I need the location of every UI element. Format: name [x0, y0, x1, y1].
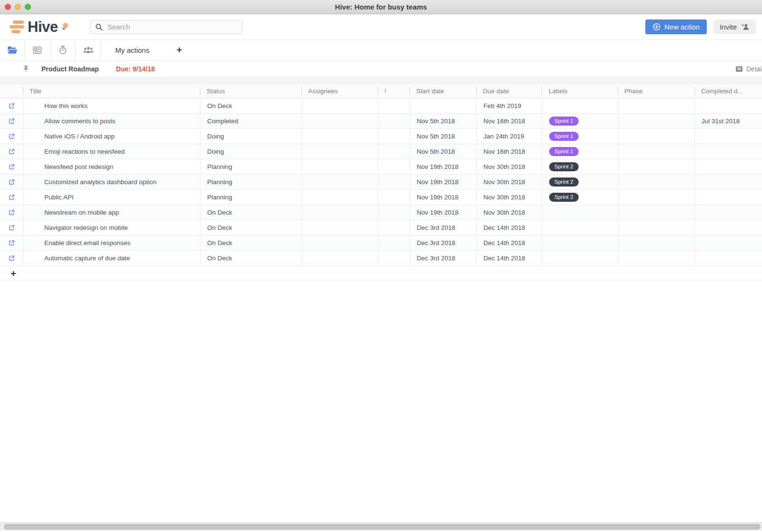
tab-timesheet[interactable] [50, 40, 76, 60]
cell-completed-date[interactable] [694, 129, 762, 144]
cell-completed-date[interactable] [694, 175, 762, 189]
open-action-button[interactable] [0, 159, 23, 174]
horizontal-scrollbar-thumb[interactable] [4, 524, 761, 530]
tab-newsfeed[interactable] [25, 40, 50, 60]
label-badge[interactable]: Sprint 2 [549, 177, 579, 187]
pin-icon[interactable] [23, 65, 29, 72]
cell-labels[interactable]: Sprint 1 [541, 144, 618, 159]
open-action-button[interactable] [0, 236, 23, 250]
cell-start-date[interactable]: Nov 19th 2018 [410, 205, 476, 220]
cell-due-date[interactable]: Feb 4th 2019 [476, 99, 541, 113]
cell-assignees[interactable] [301, 251, 378, 266]
cell-labels[interactable]: Sprint 2 [541, 175, 618, 189]
label-badge[interactable]: Sprint 1 [549, 147, 579, 157]
cell-completed-date[interactable] [694, 220, 762, 235]
cell-start-date[interactable]: Dec 3rd 2018 [410, 251, 476, 266]
cell-status[interactable]: Planning [200, 175, 301, 189]
cell-priority[interactable] [378, 251, 410, 266]
cell-priority[interactable] [378, 144, 410, 159]
add-tab-button[interactable]: + [171, 40, 188, 60]
cell-status[interactable]: Completed [200, 114, 301, 128]
cell-due-date[interactable]: Dec 14th 2018 [476, 251, 541, 266]
cell-start-date[interactable]: Nov 5th 2018 [410, 129, 476, 144]
cell-title[interactable]: Public API [23, 190, 200, 205]
cell-phase[interactable] [618, 99, 694, 113]
col-header-priority[interactable]: ! [378, 84, 410, 98]
cell-status[interactable]: Doing [200, 129, 301, 144]
cell-due-date[interactable]: Nov 30th 2018 [476, 190, 541, 205]
cell-completed-date[interactable] [694, 236, 762, 250]
cell-start-date[interactable]: Nov 5th 2018 [410, 114, 476, 128]
hive-logo[interactable]: Hive [10, 19, 66, 36]
cell-priority[interactable] [378, 190, 410, 205]
cell-assignees[interactable] [301, 220, 378, 235]
cell-start-date[interactable]: Dec 3rd 2018 [410, 220, 476, 235]
cell-status[interactable]: Planning [200, 190, 301, 205]
detail-toggle[interactable]: Detail [735, 65, 762, 73]
open-action-button[interactable] [0, 190, 23, 205]
cell-labels[interactable]: Sprint 1 [541, 114, 618, 128]
cell-priority[interactable] [378, 129, 410, 144]
cell-assignees[interactable] [301, 129, 378, 144]
cell-status[interactable]: On Deck [200, 236, 301, 250]
search-input[interactable] [107, 23, 237, 31]
cell-labels[interactable] [541, 220, 618, 235]
label-badge[interactable]: Sprint 1 [549, 132, 579, 141]
cell-start-date[interactable]: Nov 19th 2018 [410, 175, 476, 189]
project-title[interactable]: Product Roadmap [41, 65, 99, 73]
col-header-assignees[interactable]: Assignees [301, 84, 378, 98]
cell-status[interactable]: On Deck [200, 220, 301, 235]
cell-completed-date[interactable] [694, 251, 762, 266]
cell-phase[interactable] [618, 129, 694, 144]
cell-phase[interactable] [618, 205, 694, 220]
cell-due-date[interactable]: Nov 30th 2018 [476, 205, 541, 220]
col-header-title[interactable]: Title [23, 84, 200, 98]
cell-assignees[interactable] [301, 236, 378, 250]
cell-phase[interactable] [618, 236, 694, 250]
cell-title[interactable]: Newstream on mobile app [23, 205, 200, 220]
cell-labels[interactable] [541, 236, 618, 250]
cell-phase[interactable] [618, 114, 694, 128]
cell-status[interactable]: On Deck [200, 251, 301, 266]
cell-completed-date[interactable] [694, 205, 762, 220]
cell-title[interactable]: Native iOS / Android app [23, 129, 200, 144]
cell-assignees[interactable] [301, 99, 378, 113]
cell-due-date[interactable]: Dec 14th 2018 [476, 236, 541, 250]
col-header-phase[interactable]: Phase [618, 84, 694, 98]
cell-title[interactable]: Navigator redesign on mobile [23, 220, 200, 235]
open-action-button[interactable] [0, 99, 23, 113]
cell-phase[interactable] [618, 159, 694, 174]
col-header-due-date[interactable]: Due date [476, 84, 541, 98]
col-header-completed-date[interactable]: Completed d... [694, 84, 762, 98]
cell-labels[interactable] [541, 205, 618, 220]
cell-assignees[interactable] [301, 159, 378, 174]
cell-title[interactable]: Enable direct email responses [23, 236, 200, 250]
label-badge[interactable]: Sprint 2 [549, 162, 579, 172]
cell-priority[interactable] [378, 159, 410, 174]
label-badge[interactable]: Sprint 2 [549, 193, 579, 202]
cell-labels[interactable]: Sprint 2 [541, 190, 618, 205]
cell-phase[interactable] [618, 144, 694, 159]
cell-labels[interactable]: Sprint 1 [541, 129, 618, 144]
cell-priority[interactable] [378, 236, 410, 250]
add-row-button[interactable]: + [10, 268, 16, 278]
open-action-button[interactable] [0, 205, 23, 220]
cell-title[interactable]: Newsfeed post redesign [23, 159, 200, 174]
open-action-button[interactable] [0, 144, 23, 159]
cell-phase[interactable] [618, 251, 694, 266]
cell-labels[interactable]: Sprint 2 [541, 159, 618, 174]
cell-completed-date[interactable] [694, 190, 762, 205]
cell-assignees[interactable] [301, 114, 378, 128]
cell-completed-date[interactable]: Jul 31st 2018 [694, 114, 762, 128]
cell-phase[interactable] [618, 190, 694, 205]
col-header-status[interactable]: Status [200, 84, 301, 98]
col-header-labels[interactable]: Labels [541, 84, 618, 98]
cell-priority[interactable] [378, 114, 410, 128]
cell-labels[interactable] [541, 99, 618, 113]
cell-due-date[interactable]: Dec 14th 2018 [476, 220, 541, 235]
cell-assignees[interactable] [301, 205, 378, 220]
cell-priority[interactable] [378, 205, 410, 220]
cell-start-date[interactable]: Dec 3rd 2018 [410, 236, 476, 250]
cell-due-date[interactable]: Jan 24th 2019 [476, 129, 541, 144]
open-action-button[interactable] [0, 220, 23, 235]
